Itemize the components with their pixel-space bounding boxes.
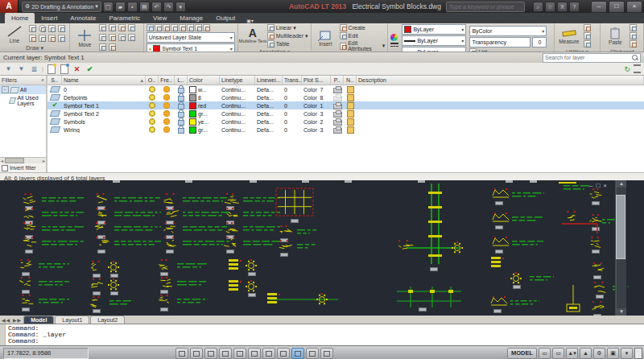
layer-plot-icon[interactable] (333, 88, 342, 93)
layer-states-manager-icon[interactable]: ≣ (29, 64, 39, 74)
tab-home[interactable]: Home (5, 13, 35, 23)
quick-view-drawings-icon[interactable]: ▭ (552, 348, 564, 359)
drawing-window-controls[interactable]: –□× (589, 182, 610, 189)
col-plot[interactable]: P.. (331, 76, 344, 85)
new-property-filter-icon[interactable]: ▼ (3, 64, 14, 74)
layer-new-vp-freeze-icon[interactable] (347, 102, 354, 109)
ellipse-icon[interactable] (29, 35, 36, 42)
layer-plot-icon[interactable] (333, 104, 342, 109)
layer-search-box[interactable] (543, 53, 641, 63)
object-snap-tracking-toggle[interactable] (262, 348, 275, 359)
quick-properties-toggle[interactable] (320, 348, 333, 359)
line-tool[interactable]: Line (2, 25, 27, 43)
layer-row[interactable]: Symbol Text 2 gr... Continu... Defa... 0… (47, 109, 644, 118)
save-icon[interactable]: ▪ (127, 2, 138, 12)
stretch-icon[interactable] (109, 34, 116, 41)
edit-attributes-tool[interactable]: Edit Attributes ▾ (340, 40, 386, 52)
redo-icon[interactable]: ↷ (163, 2, 174, 12)
application-menu-button[interactable]: A (0, 0, 19, 13)
layer-on-icon[interactable] (149, 118, 155, 125)
layer-new-vp-freeze-icon[interactable] (347, 110, 354, 118)
paste-tool[interactable]: Paste (603, 27, 627, 45)
layer-match-icon[interactable] (187, 24, 194, 31)
layer-on-icon[interactable] (149, 94, 155, 101)
layout-nav-icons[interactable]: ◀◀ ▶▶ (0, 317, 23, 323)
quick-calc-icon[interactable] (584, 32, 591, 39)
spline-icon[interactable] (48, 35, 56, 42)
explode-icon[interactable] (109, 43, 116, 51)
layer-row[interactable]: Wiring gr... Continu... Defa... 0 Color_… (47, 126, 644, 134)
col-lineweight[interactable]: Linewei... (255, 76, 283, 85)
invert-filter-checkbox[interactable]: Invert filter (0, 163, 46, 172)
command-prompt[interactable]: Command: (8, 338, 642, 345)
layer-row[interactable]: 0 w... Continu... Defa... 0 Color_7 (47, 85, 644, 93)
col-linetype[interactable]: Linetype (220, 76, 255, 85)
new-layer-vp-frozen-icon[interactable] (59, 64, 69, 74)
rotate-icon[interactable] (99, 24, 106, 31)
dynamic-input-toggle[interactable] (291, 348, 304, 359)
multileader-tool[interactable]: Multileader ▾ (267, 32, 308, 39)
layer-properties-icon[interactable] (147, 24, 154, 31)
model-space-button[interactable]: MODEL (507, 348, 537, 359)
col-lock[interactable]: L.. (175, 76, 188, 85)
mirror-icon[interactable] (128, 24, 135, 31)
layer-search-input[interactable] (543, 55, 632, 60)
copy-clip-icon[interactable] (630, 32, 637, 39)
layer-new-vp-freeze-icon[interactable] (347, 126, 354, 134)
tab-view[interactable]: View (147, 13, 173, 23)
rectangle-icon[interactable] (58, 25, 65, 32)
col-transparency[interactable]: Trans... (283, 76, 302, 85)
col-color[interactable]: Color (188, 76, 220, 85)
layer-freeze-icon[interactable] (163, 94, 170, 101)
layer-lock-icon[interactable] (179, 24, 186, 31)
match-properties-icon[interactable] (630, 40, 637, 47)
layer-on-icon[interactable] (149, 126, 155, 133)
object-snap-toggle[interactable] (248, 348, 261, 359)
hatch-icon[interactable] (39, 35, 46, 42)
col-name[interactable]: Name ▴ (62, 76, 146, 85)
layer-freeze-icon[interactable] (163, 126, 170, 133)
tab-insert[interactable]: Insert (35, 13, 64, 23)
signin-icon[interactable]: ☆ (545, 2, 555, 12)
linear-dimension-tool[interactable]: Linear ▾ (267, 24, 308, 31)
scroll-down-icon[interactable]: ▼ (617, 308, 626, 316)
lineweight-toggle[interactable] (306, 348, 319, 359)
grid-display-toggle[interactable] (204, 348, 217, 359)
cut-icon[interactable] (630, 24, 637, 31)
maximize-button[interactable]: □ (609, 1, 625, 13)
layer-lock-icon[interactable] (178, 120, 184, 126)
search-icon[interactable]: ⌕ (533, 2, 543, 12)
layer-new-vp-freeze-icon[interactable] (347, 86, 354, 93)
filter-tree-hscrollbar[interactable]: ◄► (0, 157, 46, 163)
ribbon-options-icon[interactable]: ▣▾ (242, 18, 258, 23)
snap-mode-toggle[interactable] (190, 348, 203, 359)
quick-view-layouts-icon[interactable]: ▭ (539, 348, 551, 359)
create-block-tool[interactable]: Create (340, 24, 386, 31)
collapse-filter-tree-icon[interactable]: « (41, 77, 44, 83)
ortho-mode-toggle[interactable] (219, 348, 232, 359)
layer-row[interactable]: Defpoints 8 Continu... Defa... 0 Color_8 (47, 93, 644, 101)
layer-on-icon[interactable] (149, 110, 155, 117)
layer-on-icon[interactable] (149, 86, 155, 93)
qat-customize-icon[interactable]: ▾ (175, 2, 186, 12)
id-point-icon[interactable] (584, 40, 591, 47)
new-group-filter-icon[interactable]: ▼ (16, 64, 27, 74)
layer-lock-icon[interactable] (178, 104, 184, 109)
transparency-field[interactable]: Transparency (469, 37, 530, 47)
point-icon[interactable] (58, 35, 65, 42)
tab-manage[interactable]: Manage (173, 13, 209, 23)
panel-draw-label[interactable]: Draw ▾ (0, 44, 69, 52)
layer-lock-icon[interactable] (178, 112, 184, 118)
plot-icon[interactable]: ▤ (139, 2, 150, 12)
scrollbar-thumb[interactable] (616, 195, 625, 259)
set-current-layer-icon[interactable]: ✔ (85, 64, 95, 74)
move-tool[interactable]: Move (72, 29, 97, 47)
settings-icon[interactable] (634, 64, 641, 73)
lineweight-dropdown[interactable]: ByLayer▾ (402, 35, 466, 46)
tab-parametric[interactable]: Parametric (102, 13, 147, 23)
workspace-switching-icon[interactable]: ⚙ (593, 348, 605, 359)
drawing-canvas[interactable] (0, 180, 644, 316)
close-button[interactable]: × (626, 1, 642, 13)
circle-icon[interactable] (39, 25, 46, 32)
undo-icon[interactable]: ↶ (151, 2, 162, 12)
